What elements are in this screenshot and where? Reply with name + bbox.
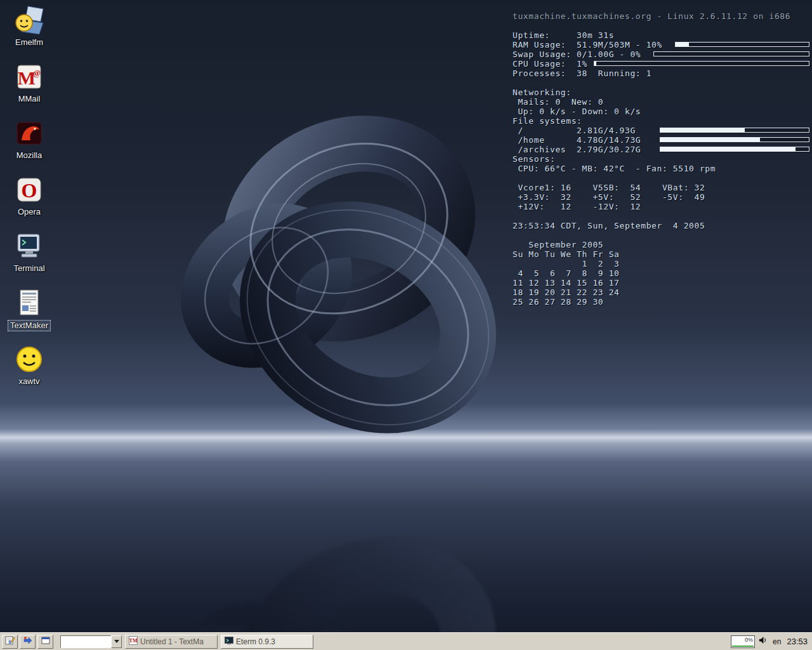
mozilla-icon: [14, 118, 44, 149]
fs-archives-text: /archives 2.79G/30.27G: [513, 145, 641, 154]
fs-root-text: / 2.81G/4.93G: [513, 126, 636, 135]
sensors-cpu-line: CPU: 66°C - MB: 42°C - Fan: 5510 rpm: [513, 164, 811, 173]
cpu-bar: [594, 61, 809, 66]
fs-archives-line: /archives 2.79G/30.27G: [513, 145, 811, 154]
updown-line: Up: 0 k/s - Down: 0 k/s: [513, 107, 811, 116]
switch-icon: [23, 635, 33, 648]
fs-home-bar: [660, 137, 809, 142]
filesystems-header: File systems:: [513, 116, 811, 126]
desktop-root: { "desktop": { "icons": [ { "label": "Em…: [0, 0, 812, 650]
desktop-icon-mozilla[interactable]: Mozilla: [3, 118, 56, 175]
desktop-icon-textmaker[interactable]: TextMaker: [3, 288, 56, 344]
desktop-icon-label: MMail: [16, 94, 43, 104]
command-input[interactable]: [60, 635, 111, 648]
desktop-icon-column: Emelfm M @ MMail Mozilla O: [3, 5, 56, 401]
volume-button[interactable]: [757, 635, 768, 648]
cpu-meter-value: 0%: [745, 637, 753, 643]
wallpaper-knot: [159, 76, 552, 482]
calendar-title: September 2005: [513, 240, 811, 249]
cpu-line: CPU Usage: 1%: [513, 59, 811, 69]
task-button-textmaker[interactable]: TM Untitled 1 - TextMa: [125, 635, 218, 649]
desktop-icon-label: xawtv: [16, 376, 41, 387]
textmaker-icon: [14, 288, 44, 318]
taskbar-clock: 23:53: [785, 637, 810, 646]
ram-text: RAM Usage: 51.9M/503M - 10%: [513, 40, 662, 50]
ram-line: RAM Usage: 51.9M/503M - 10%: [513, 40, 811, 50]
fs-archives-bar: [660, 147, 809, 152]
opera-icon: O: [14, 175, 44, 205]
fs-root-bar: [660, 128, 809, 133]
start-button[interactable]: s: [2, 635, 18, 649]
task-label: Eterm 0.9.3: [236, 637, 275, 646]
keyboard-layout-indicator[interactable]: en: [770, 637, 783, 646]
ram-bar: [675, 42, 809, 47]
desktop-icon-mmail[interactable]: M @ MMail: [3, 62, 56, 118]
combo-dropdown-button[interactable]: [111, 635, 122, 648]
desktop-icon-label: Terminal: [11, 263, 46, 274]
svg-text:@: @: [33, 68, 41, 77]
desktop-icon-terminal[interactable]: Terminal: [3, 231, 56, 288]
switch-launcher-button[interactable]: [20, 635, 36, 649]
svg-text:O: O: [22, 179, 37, 202]
desktop-icon-label: TextMaker: [8, 320, 51, 331]
calendar-row: 25 26 27 28 29 30: [513, 297, 811, 307]
fs-home-text: /home 4.78G/14.73G: [513, 135, 641, 145]
eterm-task-icon: [225, 636, 233, 647]
desktop-icon-label: Mozilla: [15, 150, 44, 161]
voltage-line-1: Vcore1: 16 V5SB: 54 VBat: 32: [513, 183, 811, 192]
processes-line: Processes: 38 Running: 1: [513, 69, 811, 78]
fs-root-line: / 2.81G/4.93G: [513, 126, 811, 135]
swap-bar: [653, 51, 809, 56]
desktop-icon-label: Opera: [16, 207, 43, 217]
uptime-line: Uptime: 30m 31s: [513, 30, 811, 40]
calendar-row: 1 2 3: [513, 259, 811, 269]
cpu-meter-graph: [732, 646, 754, 647]
mails-line: Mails: 0 New: 0: [513, 97, 811, 107]
taskbar: s TM Untitle: [0, 632, 812, 650]
mmail-icon: M @: [14, 62, 44, 92]
wallpaper-knot-reflection: [159, 489, 552, 650]
desktop-icon-xawtv[interactable]: xawtv: [3, 344, 56, 401]
monitor-host-line: tuxmachine.tuxmachines.org - Linux 2.6.1…: [513, 11, 811, 21]
fs-home-line: /home 4.78G/14.73G: [513, 135, 811, 145]
sensors-header: Sensors:: [513, 154, 811, 164]
cpu-meter[interactable]: 0%: [731, 635, 755, 648]
window-list-button[interactable]: [37, 635, 53, 649]
cpu-text: CPU Usage: 1%: [513, 59, 587, 69]
networking-header: Networking:: [513, 88, 811, 97]
window-icon: [41, 635, 51, 648]
desktop-icon-opera[interactable]: O Opera: [3, 175, 56, 231]
textmaker-task-icon: TM: [129, 636, 138, 647]
datetime-line: 23:53:34 CDT, Sun, September 4 2005: [513, 221, 811, 230]
speaker-icon: [758, 635, 768, 647]
desktop-icon-emelfm[interactable]: Emelfm: [3, 5, 56, 62]
desktop-icon-label: Emelfm: [13, 37, 45, 48]
voltage-line-3: +12V: 12 -12V: 12: [513, 202, 811, 211]
xawtv-icon: [14, 344, 44, 375]
task-label: Untitled 1 - TextMa: [140, 637, 204, 646]
calendar-row: 18 19 20 21 22 23 24: [513, 288, 811, 297]
swap-line: Swap Usage: 0/1.00G - 0%: [513, 50, 811, 59]
calendar-row: 4 5 6 7 8 9 10: [513, 269, 811, 278]
voltage-line-2: +3.3V: 32 +5V: 52 -5V: 49: [513, 192, 811, 202]
svg-text:TM: TM: [129, 638, 138, 644]
system-monitor: tuxmachine.tuxmachines.org - Linux 2.6.1…: [513, 11, 811, 307]
swap-text: Swap Usage: 0/1.00G - 0%: [513, 50, 641, 59]
notepad-s-icon: s: [5, 635, 15, 648]
emelfm-icon: [14, 5, 44, 36]
task-button-eterm[interactable]: Eterm 0.9.3: [221, 635, 313, 649]
calendar-weekdays: Su Mo Tu We Th Fr Sa: [513, 249, 811, 259]
command-combo: [60, 635, 122, 648]
terminal-icon: [14, 231, 44, 262]
calendar-row: 11 12 13 14 15 16 17: [513, 278, 811, 288]
